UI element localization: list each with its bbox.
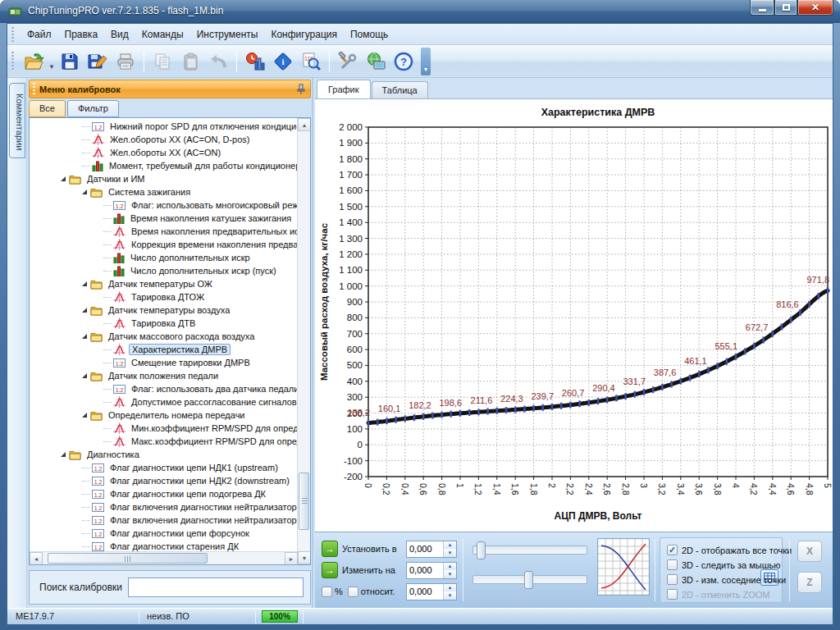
menu-item[interactable]: Инструменты xyxy=(190,25,265,43)
set-value-input[interactable] xyxy=(407,541,443,557)
zoom-button[interactable]: 110 xyxy=(298,48,324,75)
expander-icon[interactable] xyxy=(82,308,87,313)
comments-tab[interactable]: Комментарии xyxy=(9,83,25,158)
close-button[interactable]: ✕ xyxy=(797,0,833,16)
open-file-button[interactable] xyxy=(21,48,48,75)
scroll-up-button[interactable]: ▲ xyxy=(298,118,311,131)
tree-item[interactable]: Датчики и ИМ xyxy=(30,172,297,185)
tree-item[interactable]: Диагностика xyxy=(30,448,297,461)
option-row[interactable]: 3D - следить за мышью xyxy=(667,558,781,572)
tree-item[interactable]: Характеристика ДМРВ xyxy=(30,343,297,356)
tree-item[interactable]: Время накопления катушек зажигания xyxy=(30,212,297,225)
smooth-slider-2[interactable] xyxy=(472,575,587,584)
change-value-spinner[interactable]: ▲▼ xyxy=(406,562,457,579)
tree-item[interactable]: 1.2Флаг: использовать два датчика педали xyxy=(30,382,297,395)
copy-button[interactable] xyxy=(149,48,176,75)
save-as-button[interactable] xyxy=(84,48,111,75)
tree-item[interactable]: 1.2Флаг диагностики цепи НДК2 (downstrea… xyxy=(30,474,297,487)
print-button[interactable] xyxy=(112,48,139,75)
tree-item[interactable]: Тарировка ДТВ xyxy=(30,317,297,330)
info-button[interactable]: i xyxy=(270,48,296,75)
option-checkbox[interactable] xyxy=(667,559,678,570)
menu-grip[interactable] xyxy=(11,27,14,42)
set-value-spinner[interactable]: ▲▼ xyxy=(406,541,457,558)
apply-set-button[interactable]: → xyxy=(322,541,338,557)
tree-item[interactable]: 1.2Флаг диагностики цепи НДК1 (upstream) xyxy=(30,461,297,474)
slider-1-thumb[interactable] xyxy=(477,541,486,559)
menu-item[interactable]: Помощь xyxy=(344,25,395,43)
tab-table[interactable]: Таблица xyxy=(372,81,428,98)
open-dropdown-arrow[interactable]: ▼ xyxy=(48,52,56,71)
expander-icon[interactable] xyxy=(61,452,66,457)
vertical-scroll-thumb[interactable] xyxy=(299,472,309,530)
tree-item[interactable]: Определитель номера передачи xyxy=(30,409,297,422)
tools-button[interactable] xyxy=(335,48,361,75)
menu-item[interactable]: Правка xyxy=(58,25,105,43)
toolbar-grip[interactable] xyxy=(11,52,14,71)
save-button[interactable] xyxy=(57,48,83,75)
expander-icon[interactable] xyxy=(82,189,87,194)
scroll-left-button[interactable]: ◄ xyxy=(30,552,43,565)
expander-icon[interactable] xyxy=(82,413,87,418)
toolbar-overflow-button[interactable]: ▾ xyxy=(421,48,431,75)
relative-value-input[interactable] xyxy=(407,584,443,600)
relative-value-spinner[interactable]: ▲▼ xyxy=(406,583,457,600)
tree-item[interactable]: 1.2Флаг включения диагностики нейтрализа… xyxy=(30,500,297,514)
undo-button[interactable] xyxy=(205,48,231,75)
menu-item[interactable]: Команды xyxy=(135,25,190,43)
paste-button[interactable] xyxy=(177,48,203,75)
relative-checkbox[interactable] xyxy=(348,587,358,597)
tab-graph[interactable]: График xyxy=(317,80,371,98)
option-checkbox[interactable] xyxy=(667,574,678,585)
tree-item[interactable]: Тарировка ДТОЖ xyxy=(30,290,297,304)
tree-item[interactable]: 1.2Флаг: использовать многоискровый реж xyxy=(30,199,297,212)
tree-item[interactable]: Датчик температуры ОЖ xyxy=(30,277,297,290)
minimize-button[interactable] xyxy=(750,0,774,16)
tree-item[interactable]: Датчик массового расхода воздуха xyxy=(30,330,297,343)
tree-item[interactable]: Число дополнительных искр xyxy=(30,251,297,264)
slider-2-thumb[interactable] xyxy=(524,571,533,589)
tree-item[interactable]: Жел.обороты ХХ (AC=ON) xyxy=(30,146,297,159)
tab-all[interactable]: Все xyxy=(29,100,66,117)
pin-icon[interactable] xyxy=(297,84,305,95)
menu-item[interactable]: Вид xyxy=(104,25,135,43)
percent-checkbox[interactable] xyxy=(322,587,332,597)
help-button[interactable]: ? xyxy=(390,48,417,75)
spinner-arrows[interactable]: ▲▼ xyxy=(443,584,456,600)
tree-horizontal-scrollbar[interactable]: ◄ ► xyxy=(30,551,298,564)
option-row[interactable]: ✓2D - отображать все точки xyxy=(667,543,792,557)
tree-item[interactable]: Мин.коэффициент RPM/SPD для определ xyxy=(30,422,297,435)
z-axis-button[interactable]: Z xyxy=(797,572,822,593)
scroll-down-button[interactable]: ▼ xyxy=(298,551,311,564)
tree-item[interactable]: 1.2Флаг диагностики цепи форсунок xyxy=(30,527,297,540)
title-bar[interactable]: ChipTuningPRO ver.7.2.1.835 - flash_1M.b… xyxy=(0,0,840,23)
tree-item[interactable]: Датчик положения педали xyxy=(30,369,297,382)
horizontal-scroll-thumb[interactable] xyxy=(48,553,208,564)
tree-item[interactable]: Датчик температуры воздуха xyxy=(30,304,297,317)
tree-item[interactable]: 1.2Нижний порог SPD для отключения конди… xyxy=(30,120,297,133)
expander-icon[interactable] xyxy=(82,281,87,286)
tree-item[interactable]: Макс.коэффициент RPM/SPD для опреде xyxy=(30,435,297,448)
expander-icon[interactable] xyxy=(61,176,66,181)
menu-item[interactable]: Файл xyxy=(21,25,58,43)
maximize-button[interactable] xyxy=(774,0,797,16)
tree-item[interactable]: Жел.обороты ХХ (AC=ON, D-pos) xyxy=(30,133,297,146)
tree-item[interactable]: 1.2Флаг включения диагностики нейтрализа… xyxy=(30,514,297,527)
statistics-button[interactable] xyxy=(242,48,268,75)
x-axis-button[interactable]: X xyxy=(797,541,822,562)
spinner-arrows[interactable]: ▲▼ xyxy=(443,563,456,578)
option-row[interactable]: 3D - изм. соседние точки xyxy=(667,573,786,587)
tree-item[interactable]: Число дополнительных искр (пуск) xyxy=(30,264,297,277)
option-row[interactable]: 2D - отменить ZOOM xyxy=(667,587,769,601)
tree-item[interactable]: Момент, требуемый для работы кондиционер xyxy=(30,159,297,172)
spinner-arrows[interactable]: ▲▼ xyxy=(443,541,456,557)
connection-button[interactable] xyxy=(363,48,389,75)
option-checkbox[interactable]: ✓ xyxy=(667,545,678,555)
tree-item[interactable]: Коррекция времени накопления предвари xyxy=(30,238,297,251)
tree-vertical-scrollbar[interactable]: ▲ ▼ xyxy=(297,118,310,564)
expander-icon[interactable] xyxy=(82,334,87,339)
calibration-search-input[interactable] xyxy=(128,578,304,597)
tree-item[interactable]: 1.2Смещение тарировки ДМРВ xyxy=(30,356,297,369)
tree-item[interactable]: Время накопления предварительных искр xyxy=(30,225,297,238)
option-checkbox[interactable] xyxy=(667,589,678,600)
